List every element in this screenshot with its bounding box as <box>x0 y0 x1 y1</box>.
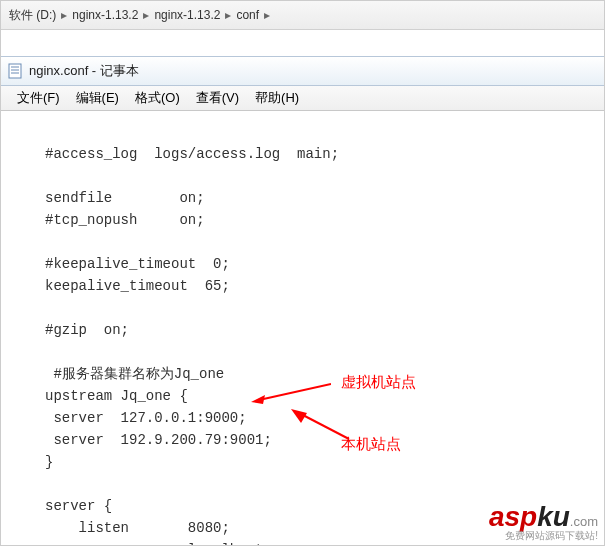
svg-line-4 <box>259 384 331 400</box>
code-line: } <box>45 454 53 470</box>
code-line: #access_log logs/access.log main; <box>45 146 339 162</box>
code-line: #gzip on; <box>45 322 129 338</box>
menu-help[interactable]: 帮助(H) <box>247 89 307 107</box>
editor-area[interactable]: #access_log logs/access.log main; sendfi… <box>1 111 604 546</box>
svg-marker-5 <box>251 395 265 404</box>
chevron-right-icon: ▸ <box>142 8 150 22</box>
menu-file[interactable]: 文件(F) <box>9 89 68 107</box>
breadcrumb-item[interactable]: nginx-1.13.2 <box>150 8 224 22</box>
menu-edit[interactable]: 编辑(E) <box>68 89 127 107</box>
annotation-host: 本机站点 <box>341 433 401 455</box>
code-line: #keepalive_timeout 0; <box>45 256 230 272</box>
menu-view[interactable]: 查看(V) <box>188 89 247 107</box>
breadcrumb-item[interactable]: nginx-1.13.2 <box>68 8 142 22</box>
code-line: upstream Jq_one { <box>45 388 188 404</box>
logo-text: asp <box>489 501 537 532</box>
svg-rect-0 <box>9 64 21 78</box>
annotation-vm: 虚拟机站点 <box>341 371 416 393</box>
code-line: listen 8080; <box>45 520 230 536</box>
chevron-right-icon: ▸ <box>60 8 68 22</box>
logo-text: ku <box>537 501 570 532</box>
arrow-icon <box>251 382 331 404</box>
code-line: server 192.9.200.79:9001; <box>45 432 272 448</box>
document-icon <box>7 63 23 79</box>
code-line: server_name localhost; <box>45 542 272 546</box>
logo-text: .com <box>570 514 598 529</box>
code-line: keepalive_timeout 65; <box>45 278 230 294</box>
code-line: server { <box>45 498 112 514</box>
breadcrumb-item[interactable]: conf <box>232 8 263 22</box>
code-line: #tcp_nopush on; <box>45 212 205 228</box>
window-title: nginx.conf - 记事本 <box>29 62 139 80</box>
breadcrumb: 软件 (D:) ▸ nginx-1.13.2 ▸ nginx-1.13.2 ▸ … <box>1 1 604 30</box>
menu-format[interactable]: 格式(O) <box>127 89 188 107</box>
code-line: server 127.0.0.1:9000; <box>45 410 247 426</box>
code-line: #服务器集群名称为Jq_one <box>45 366 224 382</box>
chevron-right-icon: ▸ <box>224 8 232 22</box>
code-line: sendfile on; <box>45 190 205 206</box>
window-titlebar: nginx.conf - 记事本 <box>1 56 604 86</box>
logo-subtitle: 免费网站源码下载站! <box>489 531 598 541</box>
site-logo: aspku.com 免费网站源码下载站! <box>489 503 598 541</box>
svg-marker-7 <box>291 409 307 423</box>
chevron-right-icon: ▸ <box>263 8 271 22</box>
menubar: 文件(F) 编辑(E) 格式(O) 查看(V) 帮助(H) <box>1 86 604 111</box>
breadcrumb-root[interactable]: 软件 (D:) <box>5 7 60 24</box>
